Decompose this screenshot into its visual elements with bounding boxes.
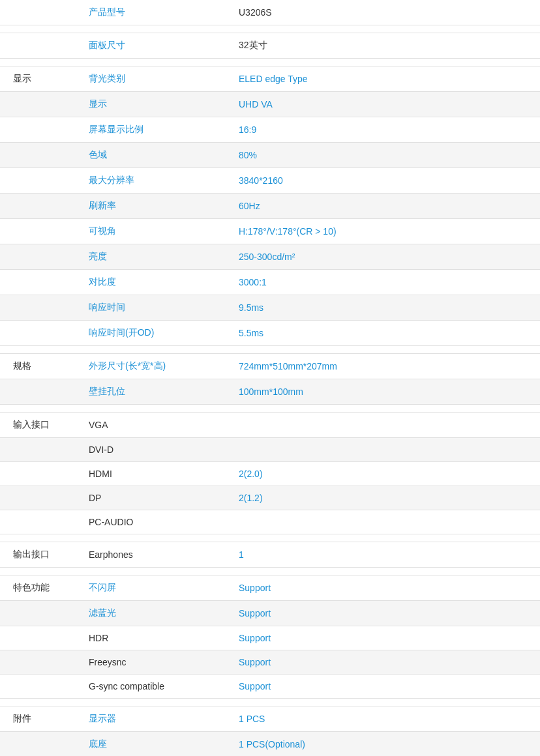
- category-cell: [0, 650, 78, 675]
- value-cell: ELED edge Type: [228, 66, 540, 92]
- label-cell: 色域: [78, 143, 228, 168]
- label-cell: 显示: [78, 92, 228, 117]
- table-row: 滤蓝光Support: [0, 601, 540, 626]
- category-cell: 输入接口: [0, 413, 78, 438]
- table-row: HDRSupport: [0, 626, 540, 650]
- table-row: 面板尺寸32英寸: [0, 33, 540, 59]
- category-cell: [0, 510, 78, 534]
- section-spacer: [0, 25, 540, 33]
- label-cell: 滤蓝光: [78, 601, 228, 626]
- table-row: DVI-D: [0, 438, 540, 462]
- label-cell: 对比度: [78, 270, 228, 295]
- label-cell: 响应时间(开OD): [78, 321, 228, 346]
- category-cell: 特色功能: [0, 575, 78, 601]
- section-spacer: [0, 534, 540, 542]
- section-spacer: [0, 699, 540, 706]
- table-row: 色域80%: [0, 143, 540, 168]
- label-cell: 最大分辨率: [78, 168, 228, 194]
- table-row: 响应时间9.5ms: [0, 295, 540, 321]
- value-cell: 60Hz: [228, 194, 540, 219]
- value-cell: Support: [228, 626, 540, 650]
- value-cell: 1: [228, 542, 540, 568]
- value-cell: 1 PCS(Optional): [228, 732, 540, 757]
- section-spacer: [0, 346, 540, 354]
- label-cell: 面板尺寸: [78, 33, 228, 59]
- value-cell: U3206S: [228, 0, 540, 25]
- value-cell: 2(2.0): [228, 462, 540, 486]
- label-cell: HDMI: [78, 462, 228, 486]
- label-cell: 壁挂孔位: [78, 379, 228, 405]
- category-cell: [0, 486, 78, 510]
- category-cell: [0, 601, 78, 626]
- value-cell: H:178°/V:178°(CR > 10): [228, 219, 540, 244]
- value-cell: 16:9: [228, 117, 540, 143]
- value-cell: 80%: [228, 143, 540, 168]
- label-cell: PC-AUDIO: [78, 510, 228, 534]
- category-cell: 显示: [0, 66, 78, 92]
- table-row: 输出接口Earphones1: [0, 542, 540, 568]
- value-cell: 3000:1: [228, 270, 540, 295]
- category-cell: [0, 92, 78, 117]
- category-cell: [0, 626, 78, 650]
- label-cell: Earphones: [78, 542, 228, 568]
- category-cell: [0, 219, 78, 244]
- table-row: 刷新率60Hz: [0, 194, 540, 219]
- label-cell: 产品型号: [78, 0, 228, 25]
- table-row: 壁挂孔位100mm*100mm: [0, 379, 540, 405]
- table-row: HDMI2(2.0): [0, 462, 540, 486]
- label-cell: Freeysnc: [78, 650, 228, 675]
- label-cell: 亮度: [78, 244, 228, 270]
- category-cell: [0, 438, 78, 462]
- category-cell: [0, 270, 78, 295]
- category-cell: [0, 295, 78, 321]
- label-cell: DP: [78, 486, 228, 510]
- table-row: 附件显示器1 PCS: [0, 706, 540, 732]
- table-row: 特色功能不闪屏Support: [0, 575, 540, 601]
- label-cell: HDR: [78, 626, 228, 650]
- value-cell: 724mm*510mm*207mm: [228, 354, 540, 379]
- label-cell: 屏幕显示比例: [78, 117, 228, 143]
- table-row: PC-AUDIO: [0, 510, 540, 534]
- value-cell: [228, 438, 540, 462]
- value-cell: UHD VA: [228, 92, 540, 117]
- category-cell: 附件: [0, 706, 78, 732]
- category-cell: 输出接口: [0, 542, 78, 568]
- label-cell: 不闪屏: [78, 575, 228, 601]
- table-row: 底座1 PCS(Optional): [0, 732, 540, 757]
- spec-table: 产品型号U3206S面板尺寸32英寸显示背光类别ELED edge Type显示…: [0, 0, 540, 756]
- table-row: 规格外形尺寸(长*宽*高)724mm*510mm*207mm: [0, 354, 540, 379]
- table-row: FreeysncSupport: [0, 650, 540, 675]
- category-cell: [0, 143, 78, 168]
- table-row: 屏幕显示比例16:9: [0, 117, 540, 143]
- category-cell: [0, 675, 78, 699]
- table-row: 对比度3000:1: [0, 270, 540, 295]
- category-cell: 规格: [0, 354, 78, 379]
- label-cell: 可视角: [78, 219, 228, 244]
- table-row: 产品型号U3206S: [0, 0, 540, 25]
- section-spacer: [0, 568, 540, 575]
- category-cell: [0, 732, 78, 757]
- table-row: 亮度250-300cd/m²: [0, 244, 540, 270]
- label-cell: G-sync compatible: [78, 675, 228, 699]
- table-row: 显示背光类别ELED edge Type: [0, 66, 540, 92]
- table-row: 显示UHD VA: [0, 92, 540, 117]
- value-cell: 250-300cd/m²: [228, 244, 540, 270]
- category-cell: [0, 321, 78, 346]
- label-cell: 背光类别: [78, 66, 228, 92]
- value-cell: 5.5ms: [228, 321, 540, 346]
- label-cell: 底座: [78, 732, 228, 757]
- value-cell: [228, 413, 540, 438]
- value-cell: 100mm*100mm: [228, 379, 540, 405]
- label-cell: DVI-D: [78, 438, 228, 462]
- category-cell: [0, 462, 78, 486]
- value-cell: Support: [228, 650, 540, 675]
- table-row: 输入接口VGA: [0, 413, 540, 438]
- category-cell: [0, 33, 78, 59]
- category-cell: [0, 244, 78, 270]
- label-cell: 显示器: [78, 706, 228, 732]
- value-cell: 32英寸: [228, 33, 540, 59]
- value-cell: 2(1.2): [228, 486, 540, 510]
- label-cell: 外形尺寸(长*宽*高): [78, 354, 228, 379]
- section-spacer: [0, 405, 540, 413]
- value-cell: Support: [228, 675, 540, 699]
